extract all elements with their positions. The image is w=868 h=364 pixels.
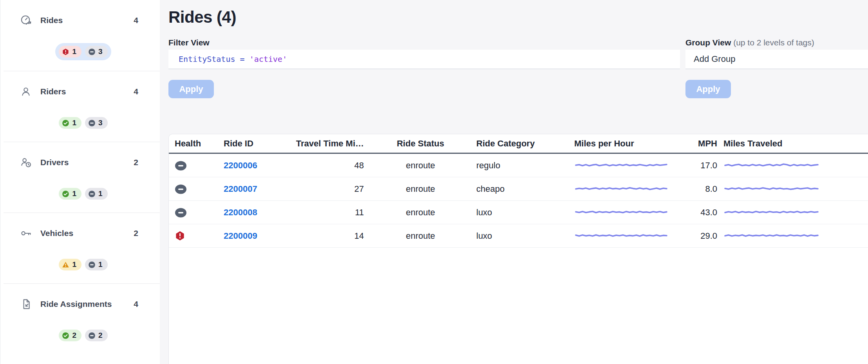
column-header-miles-per-hour[interactable]: Miles per Hour xyxy=(572,139,692,149)
column-header-ride-status[interactable]: Ride Status xyxy=(367,139,474,149)
filter-view-label: Filter View xyxy=(168,38,680,48)
column-header-miles-traveled[interactable]: Miles Traveled xyxy=(717,139,868,149)
disabled-badge[interactable]: 3 xyxy=(85,117,108,129)
health-disabled-icon xyxy=(175,208,187,218)
table-row[interactable]: 2200009 14 enroute luxo 29.0 xyxy=(169,224,868,248)
group-apply-button[interactable]: Apply xyxy=(685,80,731,98)
badge-count: 1 xyxy=(98,260,103,269)
add-group-select[interactable]: Add Group xyxy=(685,50,868,69)
health-critical-icon xyxy=(175,230,185,241)
ride-id-link[interactable]: 2200009 xyxy=(224,231,257,241)
mph-sparkline xyxy=(574,183,692,195)
healthy-badge[interactable]: 2 xyxy=(59,330,81,341)
critical-badge[interactable]: 1 xyxy=(59,46,81,58)
sidebar-item-label: Rides xyxy=(40,16,63,25)
sidebar-item-ride-assignments[interactable]: Ride Assignments 4 2 xyxy=(4,283,160,354)
miles-traveled-sparkline xyxy=(723,230,868,242)
sidebar-item-vehicles[interactable]: Vehicles 2 1 xyxy=(4,213,160,283)
minus-circle-icon xyxy=(88,48,96,56)
critical-icon xyxy=(62,48,69,56)
table-row[interactable]: 2200007 27 enroute cheapo 8.0 xyxy=(169,177,868,201)
sidebar-item-label: Ride Assignments xyxy=(40,299,112,309)
column-header-mph[interactable]: MPH xyxy=(692,139,717,149)
key-icon xyxy=(19,227,33,240)
minus-circle-icon xyxy=(88,261,96,268)
sidebar-item-count: 4 xyxy=(134,299,138,309)
mph-cell: 43.0 xyxy=(692,207,717,218)
ride-category-cell: luxo xyxy=(474,207,572,218)
column-header-health[interactable]: Health xyxy=(169,139,220,149)
main-content: Rides (4) Filter View EntityStatus = 'ac… xyxy=(160,0,868,364)
mph-cell: 29.0 xyxy=(692,231,717,241)
travel-time-cell: 27 xyxy=(290,184,367,194)
sidebar-item-label: Vehicles xyxy=(40,229,73,238)
mph-sparkline xyxy=(574,160,692,171)
health-badge-group: 2 2 xyxy=(55,327,111,344)
sidebar-item-count: 2 xyxy=(134,229,138,238)
healthy-badge[interactable]: 1 xyxy=(59,188,81,200)
table-row[interactable]: 2200008 11 enroute luxo 43.0 xyxy=(169,201,868,224)
sidebar-item-count: 4 xyxy=(134,16,138,25)
mph-sparkline xyxy=(574,207,692,218)
filter-expression-input[interactable]: EntityStatus = 'active' xyxy=(168,50,680,69)
ride-id-link[interactable]: 2200006 xyxy=(224,160,257,170)
miles-traveled-sparkline xyxy=(723,207,868,218)
health-badge-group: 1 3 xyxy=(55,43,111,60)
table-row[interactable]: 2200006 48 enroute regulo 17.0 xyxy=(169,154,868,177)
disabled-badge[interactable]: 3 xyxy=(85,46,108,58)
table-header-row: Health Ride ID Travel Time Mi… Ride Stat… xyxy=(169,134,868,154)
disabled-badge[interactable]: 1 xyxy=(85,259,108,270)
person-icon xyxy=(19,85,33,98)
disabled-badge[interactable]: 1 xyxy=(85,188,108,200)
app-root: Rides 4 1 xyxy=(0,0,868,364)
minus-circle-icon xyxy=(88,332,96,339)
badge-count: 1 xyxy=(98,189,103,198)
sidebar-item-rides[interactable]: Rides 4 1 xyxy=(4,0,160,71)
badge-count: 1 xyxy=(72,189,76,198)
warning-badge[interactable]: 1 xyxy=(59,259,81,270)
disabled-badge[interactable]: 2 xyxy=(85,330,108,341)
ride-category-cell: regulo xyxy=(474,160,572,171)
check-circle-icon xyxy=(62,190,69,198)
ride-id-link[interactable]: 2200007 xyxy=(224,184,257,194)
ride-id-link[interactable]: 2200008 xyxy=(224,207,257,217)
sidebar-item-count: 4 xyxy=(134,87,138,96)
group-view-label-text: Group View xyxy=(685,38,731,47)
sidebar-item-drivers[interactable]: Drivers 2 1 xyxy=(4,142,160,213)
column-header-ride-id[interactable]: Ride ID xyxy=(220,139,290,149)
add-group-placeholder: Add Group xyxy=(694,54,735,64)
badge-count: 1 xyxy=(72,119,76,127)
badge-count: 3 xyxy=(98,119,103,127)
ride-status-cell: enroute xyxy=(367,207,474,218)
badge-count: 1 xyxy=(72,260,76,269)
badge-count: 3 xyxy=(98,47,103,56)
rides-table-card: Health Ride ID Travel Time Mi… Ride Stat… xyxy=(168,134,868,364)
column-header-travel-time[interactable]: Travel Time Mi… xyxy=(290,139,367,149)
minus-circle-icon xyxy=(88,190,96,198)
ride-status-cell: enroute xyxy=(367,231,474,241)
filter-field-token: EntityStatus xyxy=(179,54,235,64)
ride-category-cell: cheapo xyxy=(474,184,572,194)
group-view-hint: (up to 2 levels of tags) xyxy=(733,38,814,47)
page-title: Rides (4) xyxy=(168,8,868,27)
sidebar-item-label: Riders xyxy=(40,87,66,96)
minus-circle-icon xyxy=(88,119,96,127)
document-arrow-icon xyxy=(19,297,33,311)
sidebar-item-label: Drivers xyxy=(40,158,69,167)
ride-status-cell: enroute xyxy=(367,160,474,171)
miles-traveled-sparkline xyxy=(723,160,868,171)
health-badge-group: 1 1 xyxy=(55,256,111,273)
mph-sparkline xyxy=(574,230,692,242)
badge-count: 1 xyxy=(72,47,76,56)
view-controls: Filter View EntityStatus = 'active' Appl… xyxy=(168,38,868,118)
sidebar-item-riders[interactable]: Riders 4 1 xyxy=(4,71,160,142)
miles-traveled-sparkline xyxy=(723,183,868,195)
health-badge-group: 1 1 xyxy=(55,185,111,202)
filter-apply-button[interactable]: Apply xyxy=(168,80,214,98)
travel-time-cell: 14 xyxy=(290,231,367,241)
group-view-section: Group View (up to 2 levels of tags) Add … xyxy=(685,38,868,98)
healthy-badge[interactable]: 1 xyxy=(59,117,81,129)
column-header-ride-category[interactable]: Ride Category xyxy=(474,139,572,149)
mph-cell: 8.0 xyxy=(692,184,717,194)
badge-count: 2 xyxy=(72,331,76,340)
